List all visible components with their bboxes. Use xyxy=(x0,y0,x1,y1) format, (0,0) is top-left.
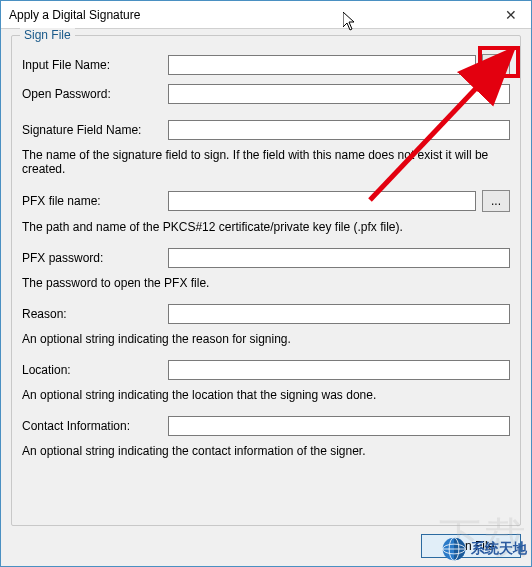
reason-label: Reason: xyxy=(22,307,162,321)
footer: Sign File xyxy=(11,534,521,558)
sig-field-label: Signature Field Name: xyxy=(22,123,162,137)
row-location: Location: xyxy=(22,360,510,380)
open-password-field[interactable] xyxy=(168,84,510,104)
ellipsis-icon: ... xyxy=(491,195,501,207)
pfx-password-desc: The password to open the PFX file. xyxy=(22,276,510,290)
reason-input[interactable] xyxy=(168,304,510,324)
pfx-file-label: PFX file name: xyxy=(22,194,162,208)
close-button[interactable]: ✕ xyxy=(491,1,531,29)
location-label: Location: xyxy=(22,363,162,377)
group-label: Sign File xyxy=(20,28,75,42)
sig-field-input[interactable] xyxy=(168,120,510,140)
sign-file-button[interactable]: Sign File xyxy=(421,534,521,558)
location-desc: An optional string indicating the locati… xyxy=(22,388,510,402)
row-input-file: Input File Name: ... xyxy=(22,54,510,76)
input-file-browse-button[interactable]: ... xyxy=(482,54,510,76)
group-inner: Input File Name: ... Open Password: Sign… xyxy=(12,36,520,482)
contact-input[interactable] xyxy=(168,416,510,436)
location-input[interactable] xyxy=(168,360,510,380)
contact-desc: An optional string indicating the contac… xyxy=(22,444,510,458)
pfx-file-input[interactable] xyxy=(168,191,476,211)
input-file-label: Input File Name: xyxy=(22,58,162,72)
ellipsis-icon: ... xyxy=(491,59,501,71)
row-contact: Contact Information: xyxy=(22,416,510,436)
reason-desc: An optional string indicating the reason… xyxy=(22,332,510,346)
row-sig-field: Signature Field Name: xyxy=(22,120,510,140)
close-icon: ✕ xyxy=(505,7,517,23)
pfx-file-browse-button[interactable]: ... xyxy=(482,190,510,212)
window-title: Apply a Digital Signature xyxy=(9,8,491,22)
dialog-window: Apply a Digital Signature ✕ Sign File In… xyxy=(0,0,532,567)
row-pfx-password: PFX password: xyxy=(22,248,510,268)
pfx-password-label: PFX password: xyxy=(22,251,162,265)
input-file-field[interactable] xyxy=(168,55,476,75)
pfx-file-desc: The path and name of the PKCS#12 certifi… xyxy=(22,220,510,234)
row-pfx-file: PFX file name: ... xyxy=(22,190,510,212)
content-area: Sign File Input File Name: ... Open Pass… xyxy=(1,29,531,566)
row-reason: Reason: xyxy=(22,304,510,324)
title-bar: Apply a Digital Signature ✕ xyxy=(1,1,531,29)
sign-file-button-label: Sign File xyxy=(448,539,495,553)
sign-file-group: Sign File Input File Name: ... Open Pass… xyxy=(11,35,521,526)
sig-field-desc: The name of the signature field to sign.… xyxy=(22,148,510,176)
row-open-password: Open Password: xyxy=(22,84,510,104)
contact-label: Contact Information: xyxy=(22,419,162,433)
open-password-label: Open Password: xyxy=(22,87,162,101)
pfx-password-input[interactable] xyxy=(168,248,510,268)
